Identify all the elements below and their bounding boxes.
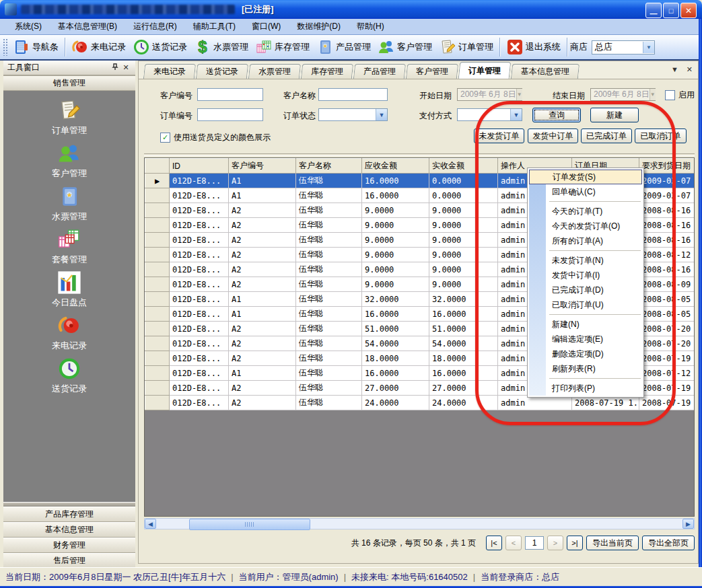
sidebar-group-finance[interactable]: 财务管理 (3, 538, 135, 553)
menu-item[interactable]: 运行信息(R) (125, 19, 185, 34)
start-date-picker[interactable]: 2009年 6月 8日▼ (457, 88, 522, 101)
cell-customer-name[interactable]: 伍华聪 (296, 188, 362, 203)
chevron-down-icon[interactable]: ▼ (643, 42, 654, 53)
cell-customer-code[interactable]: A2 (229, 277, 296, 292)
toolbar-product-button[interactable]: 产品管理 (313, 37, 374, 57)
filter-unshipped-button[interactable]: 未发货订单 (474, 128, 524, 143)
cell-received[interactable]: 54.0000 (429, 336, 498, 351)
cell-received[interactable]: 9.0000 (429, 233, 498, 248)
context-menu-item[interactable]: 订单发货(S) (529, 170, 642, 184)
scroll-left-icon[interactable]: ◀ (145, 519, 156, 529)
cell-id[interactable]: 012D-E8... (170, 396, 229, 410)
cell-receivable[interactable]: 9.0000 (362, 218, 429, 233)
toolbar-call-record-button[interactable]: 来电记录 (68, 37, 129, 57)
tab-6[interactable]: 客户管理 (406, 64, 458, 79)
cell-id[interactable]: 012D-E8... (170, 218, 229, 233)
cell-received[interactable]: 9.0000 (429, 248, 498, 262)
sidebar-item-call-records[interactable]: 来电记录 (3, 309, 135, 353)
maximize-button[interactable]: □ (663, 3, 679, 18)
cell-id[interactable]: 012D-E8... (170, 381, 229, 396)
menu-item[interactable]: 帮助(H) (349, 19, 392, 34)
cell-customer-name[interactable]: 伍华聪 (296, 203, 362, 218)
row-selector[interactable] (145, 322, 170, 336)
order-status-select[interactable]: ▼ (318, 108, 388, 121)
context-menu-item[interactable]: 回单确认(C) (529, 184, 642, 199)
sidebar-item-package-management[interactable]: 套餐管理 (3, 223, 135, 266)
cell-required-date[interactable]: 2008-07-20 1... (639, 322, 695, 336)
scroll-right-icon[interactable]: ▶ (682, 519, 694, 529)
next-page-button[interactable]: > (547, 536, 563, 550)
first-page-button[interactable]: |< (486, 536, 502, 550)
cell-id[interactable]: 012D-E8... (170, 174, 229, 188)
toolbar-water-ticket-button[interactable]: $ 水票管理 (190, 37, 252, 57)
delivery-color-checkbox[interactable]: ✓使用送货员定义的颜色展示 (160, 132, 271, 143)
tab-8[interactable]: 基本信息管理 (511, 64, 580, 79)
new-button[interactable]: 新建 (590, 108, 639, 122)
page-number-input[interactable] (525, 536, 544, 550)
cell-customer-name[interactable]: 伍华聪 (296, 381, 362, 396)
cell-customer-code[interactable]: A2 (229, 322, 296, 336)
cell-receivable[interactable]: 18.0000 (362, 351, 429, 366)
menu-item[interactable]: 窗口(W) (244, 19, 289, 34)
cell-customer-name[interactable]: 伍华聪 (296, 277, 362, 292)
toolbar-navigator-button[interactable]: 导航条 (9, 37, 62, 57)
grid-corner[interactable] (145, 159, 170, 174)
cell-required-date[interactable]: 2008-07-19 1... (639, 396, 695, 410)
context-menu-item[interactable]: 编辑选定项(E) (529, 332, 642, 346)
cell-required-date[interactable]: 2008-07-12 1... (639, 366, 695, 381)
cell-required-date[interactable]: 2008-08-16 1... (639, 262, 695, 277)
cell-received[interactable]: 16.0000 (429, 307, 498, 322)
tab-2[interactable]: 送货记录 (196, 64, 248, 79)
cell-receivable[interactable]: 9.0000 (362, 248, 429, 262)
cell-customer-code[interactable]: A1 (229, 188, 296, 203)
cell-customer-code[interactable]: A1 (229, 307, 296, 322)
minimize-button[interactable]: — (645, 3, 662, 18)
pay-method-select[interactable]: ▼ (457, 108, 522, 121)
cell-customer-code[interactable]: A2 (229, 336, 296, 351)
tab-3[interactable]: 水票管理 (248, 64, 301, 79)
cell-receivable[interactable]: 9.0000 (362, 262, 429, 277)
sidebar-item-daily-inventory[interactable]: 今日盘点 (3, 266, 135, 309)
cell-customer-code[interactable]: A2 (229, 262, 296, 277)
cell-required-date[interactable]: 2008-08-16 1... (639, 233, 695, 248)
cell-customer-name[interactable]: 伍华聪 (296, 396, 362, 410)
tab-7[interactable]: 订单管理 (458, 62, 512, 79)
cell-required-date[interactable]: 2008-08-16 1... (639, 203, 695, 218)
prev-page-button[interactable]: < (505, 536, 522, 550)
row-selector[interactable] (145, 292, 170, 307)
menu-item[interactable]: 系统(S) (7, 19, 50, 34)
row-selector[interactable] (145, 203, 170, 218)
cell-customer-name[interactable]: 伍华聪 (296, 248, 362, 262)
cell-customer-name[interactable]: 伍华聪 (296, 262, 362, 277)
sidebar-group-product-inventory[interactable]: 产品库存管理 (3, 507, 135, 522)
row-selector[interactable] (145, 262, 170, 277)
cell-customer-name[interactable]: 伍华聪 (296, 322, 362, 336)
cell-received[interactable]: 0.0000 (429, 188, 498, 203)
cell-customer-name[interactable]: 伍华聪 (296, 292, 362, 307)
tab-scroll-chevron-icon[interactable]: ▼ (671, 65, 678, 74)
pin-icon[interactable] (110, 63, 120, 72)
cell-required-date[interactable]: 2009-03-07 2... (639, 174, 695, 188)
cell-id[interactable]: 012D-E8... (170, 351, 229, 366)
cell-customer-code[interactable]: A1 (229, 174, 296, 188)
toolbar-order-button[interactable]: 订单管理 (435, 37, 497, 57)
cell-receivable[interactable]: 24.0000 (362, 396, 429, 410)
cell-customer-code[interactable]: A2 (229, 218, 296, 233)
cell-required-date[interactable]: 2008-07-19 7:59 (639, 351, 695, 366)
cell-received[interactable]: 27.0000 (429, 381, 498, 396)
row-selector[interactable] (145, 381, 170, 396)
toolbar-grip[interactable] (3, 38, 8, 56)
export-current-page-button[interactable]: 导出当前页 (586, 536, 639, 550)
tab-4[interactable]: 库存管理 (301, 64, 353, 79)
sidebar-group-basic-info[interactable]: 基本信息管理 (3, 522, 135, 538)
menu-item[interactable]: 基本信息管理(B) (50, 19, 125, 34)
cell-id[interactable]: 012D-E8... (170, 292, 229, 307)
row-selector[interactable] (145, 233, 170, 248)
cell-required-date[interactable]: 2008-08-12 2... (639, 248, 695, 262)
toolbar-customer-button[interactable]: 客户管理 (374, 37, 435, 57)
cell-id[interactable]: 012D-E8... (170, 203, 229, 218)
tab-5[interactable]: 产品管理 (353, 64, 406, 79)
cell-received[interactable]: 0.0000 (429, 174, 498, 188)
cell-received[interactable]: 9.0000 (429, 203, 498, 218)
cell-required-date[interactable]: 2008-08-05 2... (639, 292, 695, 307)
